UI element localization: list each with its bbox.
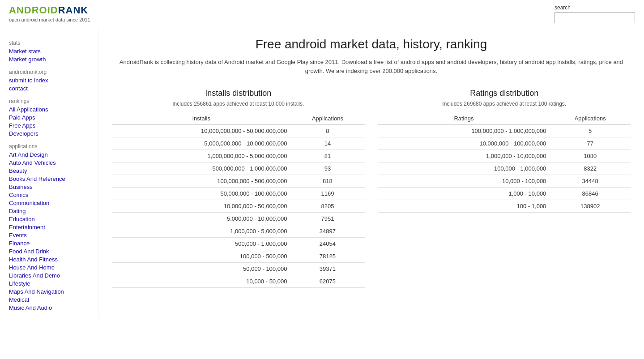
installs-range: 50,000 - 100,000: [112, 263, 290, 275]
applications-section-label: applications: [9, 143, 89, 150]
installs-apps-col-header: Applications: [290, 112, 364, 125]
page-description: AndroidRank is collecting history data o…: [112, 58, 631, 75]
table-row: 10,000,000 - 50,000,0008205: [112, 200, 365, 213]
ratings-range: 100,000 - 1,000,000: [378, 162, 550, 175]
logo[interactable]: ANDROIDRANK: [9, 4, 90, 16]
ratings-count: 77: [550, 137, 631, 150]
ratings-count: 34448: [550, 175, 631, 188]
ratings-table-body: 100,000,000 - 1,000,000,000510,000,000 -…: [378, 125, 631, 213]
table-row: 100,000,000 - 500,000,000818: [112, 175, 365, 188]
installs-count: 34897: [290, 225, 364, 238]
installs-count: 7951: [290, 213, 364, 225]
sidebar-item-health-and-fitness[interactable]: Health And Fitness: [9, 256, 89, 263]
logo-rank-text: RANK: [58, 4, 89, 16]
installs-count: 78125: [290, 250, 364, 263]
sidebar-item-submit[interactable]: submit to index: [9, 77, 89, 84]
installs-count: 62075: [290, 275, 364, 288]
installs-count: 1169: [290, 188, 364, 200]
ratings-count: 86846: [550, 188, 631, 200]
main-content: Free android market data, history, ranki…: [98, 28, 644, 318]
sidebar-item-free-apps[interactable]: Free Apps: [9, 122, 89, 129]
sidebar-item-books-and-reference[interactable]: Books And Reference: [9, 175, 89, 182]
installs-table: Installs Applications 10,000,000,000 - 5…: [112, 112, 365, 288]
sidebar-item-dating[interactable]: Dating: [9, 208, 89, 214]
ratings-range: 10,000 - 100,000: [378, 175, 550, 188]
sidebar-item-food-and-drink[interactable]: Food And Drink: [9, 248, 89, 255]
sidebar-item-paid-apps[interactable]: Paid Apps: [9, 114, 89, 121]
installs-range: 500,000,000 - 1,000,000,000: [112, 162, 290, 175]
ratings-range: 10,000,000 - 100,000,000: [378, 137, 550, 150]
sidebar-item-medical[interactable]: Medical: [9, 296, 89, 303]
sidebar-item-beauty[interactable]: Beauty: [9, 167, 89, 174]
installs-range: 50,000,000 - 100,000,000: [112, 188, 290, 200]
ratings-range: 100,000,000 - 1,000,000,000: [378, 125, 550, 137]
installs-count: 93: [290, 162, 364, 175]
page-title: Free android market data, history, ranki…: [112, 37, 631, 51]
sidebar-item-events[interactable]: Events: [9, 232, 89, 239]
table-row: 50,000,000 - 100,000,0001169: [112, 188, 365, 200]
stats-section-label: stats: [9, 40, 89, 46]
ratings-dist-subtitle: Includes 269680 apps achieved at least 1…: [378, 101, 631, 107]
installs-distribution: Installs distribution Includes 256861 ap…: [112, 89, 365, 288]
installs-range: 1,000,000 - 5,000,000: [112, 225, 290, 238]
sidebar-item-entertainment[interactable]: Entertainment: [9, 224, 89, 231]
table-row: 100,000,000 - 1,000,000,0005: [378, 125, 631, 137]
search-input[interactable]: [554, 12, 635, 23]
androidrank-section-label: androidrank.org: [9, 69, 89, 75]
installs-count: 8: [290, 125, 364, 137]
table-row: 10,000 - 100,00034448: [378, 175, 631, 188]
sidebar-item-market-stats[interactable]: Market stats: [9, 48, 89, 55]
sidebar-item-art-and-design[interactable]: Art And Design: [9, 151, 89, 158]
logo-area: ANDROIDRANK open android market data sin…: [9, 4, 90, 22]
table-row: 1,000,000 - 5,000,00034897: [112, 225, 365, 238]
installs-count: 24054: [290, 238, 364, 250]
sidebar-item-contact[interactable]: contact: [9, 85, 89, 92]
sidebar-item-developers[interactable]: Developers: [9, 130, 89, 137]
sidebar-item-education[interactable]: Education: [9, 216, 89, 222]
sidebar-item-house-and-home[interactable]: House And Home: [9, 264, 89, 271]
table-row: 500,000 - 1,000,00024054: [112, 238, 365, 250]
installs-col-header: Installs: [112, 112, 290, 125]
search-label: search: [554, 4, 571, 11]
rankings-section-label: rankings: [9, 98, 89, 104]
ratings-col-header: Ratings: [378, 112, 550, 125]
search-area: search: [554, 4, 635, 23]
sidebar-item-libraries-and-demo[interactable]: Libraries And Demo: [9, 272, 89, 279]
sidebar-item-market-growth[interactable]: Market growth: [9, 56, 89, 63]
table-row: 10,000,000,000 - 50,000,000,0008: [112, 125, 365, 137]
sidebar: stats Market stats Market growth android…: [0, 28, 98, 318]
sidebar-item-finance[interactable]: Finance: [9, 240, 89, 247]
sidebar-item-comics[interactable]: Comics: [9, 192, 89, 198]
sidebar-item-music-and-audio[interactable]: Music And Audio: [9, 304, 89, 311]
table-row: 500,000,000 - 1,000,000,00093: [112, 162, 365, 175]
installs-range: 5,000,000 - 10,000,000: [112, 213, 290, 225]
table-row: 5,000,000,000 - 10,000,000,00014: [112, 137, 365, 150]
ratings-count: 138902: [550, 200, 631, 213]
sidebar-item-auto-and-vehicles[interactable]: Auto And Vehicles: [9, 159, 89, 166]
sidebar-item-business[interactable]: Business: [9, 184, 89, 190]
installs-range: 10,000,000 - 50,000,000: [112, 200, 290, 213]
ratings-count: 1080: [550, 150, 631, 162]
sidebar-item-communication[interactable]: Communication: [9, 200, 89, 206]
sidebar-item-all-applications[interactable]: All Applications: [9, 106, 89, 113]
table-row: 100 - 1,000138902: [378, 200, 631, 213]
installs-dist-subtitle: Includes 256861 apps achieved at least 1…: [112, 101, 365, 107]
table-row: 100,000 - 1,000,0008322: [378, 162, 631, 175]
ratings-count: 5: [550, 125, 631, 137]
table-row: 100,000 - 500,00078125: [112, 250, 365, 263]
ratings-distribution: Ratings distribution Includes 269680 app…: [378, 89, 631, 288]
logo-android-text: ANDROID: [9, 4, 58, 16]
ratings-count: 8322: [550, 162, 631, 175]
logo-subtitle: open android market data since 2011: [9, 17, 90, 22]
categories-list: Art And DesignAuto And VehiclesBeautyBoo…: [9, 151, 89, 311]
sidebar-item-maps-and-navigation[interactable]: Maps And Navigation: [9, 288, 89, 295]
ratings-dist-title: Ratings distribution: [378, 89, 631, 98]
table-row: 1,000,000 - 10,000,0001080: [378, 150, 631, 162]
ratings-apps-col-header: Applications: [550, 112, 631, 125]
table-row: 5,000,000 - 10,000,0007951: [112, 213, 365, 225]
installs-range: 10,000,000,000 - 50,000,000,000: [112, 125, 290, 137]
installs-range: 500,000 - 1,000,000: [112, 238, 290, 250]
installs-dist-title: Installs distribution: [112, 89, 365, 98]
sidebar-item-lifestyle[interactable]: Lifestyle: [9, 280, 89, 287]
table-row: 50,000 - 100,00039371: [112, 263, 365, 275]
